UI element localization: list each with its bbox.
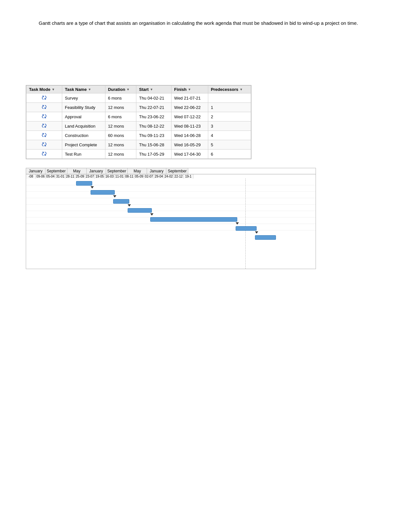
- cell-predecessors: 3: [208, 121, 251, 131]
- gantt-bar-construction: [150, 217, 237, 222]
- gantt-bars-area: [26, 179, 316, 269]
- grid-line: [26, 230, 316, 230]
- cell-finish: Wed 07-12-22: [171, 112, 208, 121]
- cell-duration: 6 mons: [105, 93, 136, 103]
- cell-duration: 60 mons: [105, 131, 136, 140]
- task-mode-icon: 🗘: [42, 95, 47, 101]
- timeline-week-cell: 22-12: [174, 174, 184, 179]
- cell-start: Thu 17-05-29: [136, 150, 171, 159]
- cell-start: Thu 09-11-23: [136, 131, 171, 140]
- timeline-week-cell: 16-03: [105, 174, 115, 179]
- gantt-chart-container: JanuarySeptemberMayJanuarySeptemberMayJa…: [26, 168, 316, 269]
- col-header-start[interactable]: Start ▼: [136, 86, 171, 93]
- task-mode-cell: 🗘: [26, 131, 62, 140]
- cell-predecessors: [208, 93, 251, 103]
- arrow-construction: [236, 222, 239, 225]
- cell-task_name: Project Complete: [62, 140, 105, 150]
- arrow-survey: [91, 186, 94, 189]
- timeline-week-cell: 29-04: [154, 174, 164, 179]
- grid-line: [26, 185, 316, 185]
- table-row: 🗘Test Run12 monsThu 17-05-29Wed 17-04-30…: [26, 150, 251, 159]
- timeline-month-cell: January: [26, 168, 45, 174]
- cell-task_name: Test Run: [62, 150, 105, 159]
- cell-finish: Wed 17-04-30: [171, 150, 208, 159]
- timeline-months-row: JanuarySeptemberMayJanuarySeptemberMayJa…: [26, 168, 316, 174]
- timeline-week-cell: -08: [26, 174, 36, 179]
- table-row: 🗘Feasibility Study12 monsThu 22-07-21Wed…: [26, 103, 251, 112]
- cell-start: Thu 04-02-21: [136, 93, 171, 103]
- table-row: 🗘Land Acquisition12 monsThu 08-12-22Wed …: [26, 121, 251, 131]
- cell-duration: 12 mons: [105, 121, 136, 131]
- table-row: 🗘Survey6 monsThu 04-02-21Wed 21-07-21: [26, 93, 251, 103]
- timeline-month-cell: September: [166, 168, 188, 174]
- grid-line: [26, 204, 316, 205]
- task-mode-cell: 🗘: [26, 140, 62, 150]
- cell-task_name: Approval: [62, 112, 105, 121]
- gantt-bar-project-complete: [236, 226, 257, 231]
- cell-task_name: Feasibility Study: [62, 103, 105, 112]
- timeline-week-cell: 19-1: [184, 174, 193, 179]
- timeline-month-cell: September: [106, 168, 128, 174]
- task-mode-cell: 🗘: [26, 121, 62, 131]
- task-mode-cell: 🗘: [26, 112, 62, 121]
- task-mode-cell: 🗘: [26, 103, 62, 112]
- col-header-finish[interactable]: Finish ▼: [171, 86, 208, 93]
- timeline-week-cell: 25-09: [75, 174, 85, 179]
- arrow-project-complete: [255, 231, 258, 234]
- cell-start: Thu 08-12-22: [136, 121, 171, 131]
- gantt-table: Task Mode ▼ Task Name ▼ Duration ▼ Start…: [26, 85, 251, 159]
- timeline-month-cell: May: [67, 168, 87, 174]
- col-header-predecessors[interactable]: Predecessors ▼: [208, 86, 251, 93]
- cell-predecessors: 1: [208, 103, 251, 112]
- col-header-duration[interactable]: Duration ▼: [105, 86, 136, 93]
- cell-start: Thu 23-06-22: [136, 112, 171, 121]
- timeline-week-cell: 11-01: [115, 174, 125, 179]
- grid-line: [26, 211, 316, 211]
- grid-line: [26, 198, 316, 198]
- timeline-month-cell: September: [45, 168, 67, 174]
- grid-line: [26, 191, 316, 192]
- cell-finish: Wed 08-11-23: [171, 121, 208, 131]
- table-row: 🗘Project Complete12 monsThu 15-06-28Wed …: [26, 140, 251, 150]
- cell-predecessors: 5: [208, 140, 251, 150]
- task-mode-icon: 🗘: [42, 104, 47, 110]
- timeline-week-cell: 08-11: [124, 174, 134, 179]
- timeline-week-cell: 23-07: [85, 174, 95, 179]
- cell-task_name: Land Acquisition: [62, 121, 105, 131]
- timeline-week-cell: 05-09: [134, 174, 144, 179]
- grid-line: [26, 224, 316, 224]
- task-mode-icon: 🗘: [42, 114, 47, 119]
- cell-predecessors: 4: [208, 131, 251, 140]
- cell-finish: Wed 21-07-21: [171, 93, 208, 103]
- timeline-week-cell: 19-05: [95, 174, 105, 179]
- table-row: 🗘Approval6 monsThu 23-06-22Wed 07-12-222: [26, 112, 251, 121]
- gantt-bar-test-run: [255, 235, 276, 240]
- gantt-bar-survey: [76, 181, 92, 186]
- task-mode-icon: 🗘: [42, 123, 47, 129]
- arrow-land: [150, 213, 153, 216]
- timeline-week-cell: 31-01: [55, 174, 65, 179]
- timeline-week-cell: 02-07: [144, 174, 154, 179]
- intro-paragraph: Gantt charts are a type of chart that as…: [26, 19, 385, 27]
- cell-finish: Wed 16-05-29: [171, 140, 208, 150]
- cell-task_name: Construction: [62, 131, 105, 140]
- gantt-bar-feasibility: [91, 190, 115, 195]
- gantt-table-container: Task Mode ▼ Task Name ▼ Duration ▼ Start…: [26, 85, 251, 159]
- cell-finish: Wed 22-06-22: [171, 103, 208, 112]
- col-header-task-name[interactable]: Task Name ▼: [62, 86, 105, 93]
- task-mode-icon: 🗘: [42, 151, 47, 157]
- table-row: 🗘Construction60 monsThu 09-11-23Wed 14-0…: [26, 131, 251, 140]
- cell-duration: 12 mons: [105, 103, 136, 112]
- col-header-task-mode[interactable]: Task Mode ▼: [26, 86, 62, 93]
- cell-predecessors: 2: [208, 112, 251, 121]
- gantt-bar-land: [128, 208, 152, 213]
- cell-predecessors: 6: [208, 150, 251, 159]
- cell-start: Thu 15-06-28: [136, 140, 171, 150]
- arrow-approval: [128, 204, 131, 207]
- timeline-week-cell: 24-02: [164, 174, 174, 179]
- timeline-weeks-row: -0809-0605-0431-0128-1125-0923-0719-0516…: [26, 174, 316, 179]
- timeline-week-cell: 28-11: [65, 174, 75, 179]
- task-mode-cell: 🗘: [26, 150, 62, 159]
- task-mode-cell: 🗘: [26, 93, 62, 103]
- cell-duration: 6 mons: [105, 112, 136, 121]
